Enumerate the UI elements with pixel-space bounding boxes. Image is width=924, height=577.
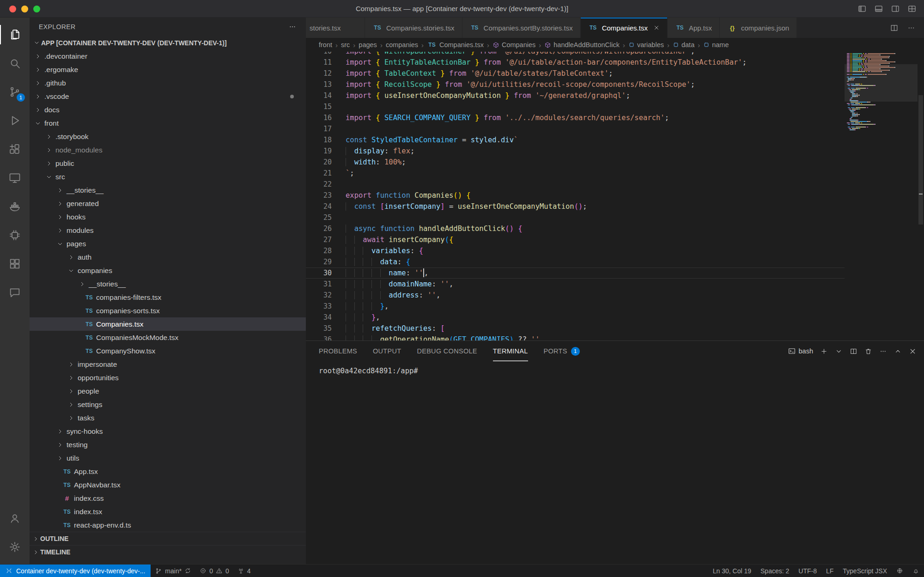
code-line-16[interactable]: 16import { SEARCH_COMPANY_QUERY } from '…: [306, 112, 845, 123]
code-line-10[interactable]: 10import { WithTopBarContainer } from '@…: [306, 52, 845, 57]
cursor-position-indicator[interactable]: Ln 30, Col 19: [708, 565, 756, 577]
tree-item-github[interactable]: .github: [30, 76, 306, 90]
activity-search[interactable]: [0, 49, 30, 78]
tree-item-tasks[interactable]: tasks: [30, 411, 306, 425]
tree-item-public[interactable]: public: [30, 157, 306, 170]
workspace-section-header[interactable]: APP [CONTAINER DEV-TWENTY-DEV (DEV-TWENT…: [30, 36, 306, 49]
code-line-33[interactable]: 33 },: [306, 301, 845, 312]
close-tab-button[interactable]: [653, 24, 660, 31]
minimize-window-button[interactable]: [21, 6, 28, 12]
code-line-31[interactable]: 31 domainName: '',: [306, 279, 845, 290]
eol-indicator[interactable]: LF: [821, 565, 838, 577]
activity-settings[interactable]: [0, 533, 30, 561]
tree-item-testing[interactable]: testing: [30, 438, 306, 451]
activity-kubernetes[interactable]: [0, 249, 30, 278]
code-line-23[interactable]: 23export function Companies() {: [306, 190, 845, 201]
panel-tab-output[interactable]: OUTPUT: [373, 341, 401, 361]
code-line-32[interactable]: 32 address: '',: [306, 290, 845, 301]
code-line-25[interactable]: 25: [306, 212, 845, 223]
code-line-15[interactable]: 15: [306, 101, 845, 112]
tree-item-auth[interactable]: auth: [30, 250, 306, 264]
customize-layout-button[interactable]: [907, 4, 917, 13]
code-line-27[interactable]: 27 await insertCompany({: [306, 234, 845, 245]
breadcrumb-pages[interactable]: pages: [359, 41, 377, 49]
scrollbar-thumb[interactable]: [918, 95, 923, 225]
breadcrumb-variables[interactable]: variables: [628, 41, 664, 49]
breadcrumb-data[interactable]: data: [673, 41, 694, 49]
tree-item-companies-sorts-tsx[interactable]: TScompanies-sorts.tsx: [30, 304, 306, 317]
panel-tab-terminal[interactable]: TERMINAL: [493, 341, 528, 361]
tree-item-companyshow-tsx[interactable]: TSCompanyShow.tsx: [30, 344, 306, 358]
breadcrumb-companies-tsx[interactable]: TSCompanies.tsx: [427, 41, 484, 49]
tab-app-tsx[interactable]: TSApp.tsx: [668, 18, 720, 38]
code-line-21[interactable]: 21`;: [306, 168, 845, 179]
activity-accounts[interactable]: [0, 504, 30, 533]
close-panel-button[interactable]: [909, 347, 917, 355]
code-line-29[interactable]: 29 data: {: [306, 256, 845, 267]
code-line-28[interactable]: 28 variables: {: [306, 245, 845, 256]
tree-item-companies-tsx[interactable]: TSCompanies.tsx: [30, 317, 306, 331]
breadcrumb-companies[interactable]: Companies: [492, 41, 535, 49]
code-line-13[interactable]: 13import { RecoilScope } from '@/ui/util…: [306, 79, 845, 90]
tree-item-pages[interactable]: pages: [30, 237, 306, 250]
split-terminal-button[interactable]: [850, 347, 857, 355]
code-line-20[interactable]: 20 width: 100%;: [306, 157, 845, 168]
remote-indicator[interactable]: Container dev-twenty-dev (dev-twenty-dev…: [0, 565, 151, 577]
activity-comments[interactable]: [0, 278, 30, 307]
panel-tab-problems[interactable]: PROBLEMS: [319, 341, 357, 361]
notifications-item[interactable]: [908, 565, 924, 577]
code-line-22[interactable]: 22: [306, 179, 845, 190]
tree-item-companies-filters-tsx[interactable]: TScompanies-filters.tsx: [30, 291, 306, 304]
breadcrumb-name[interactable]: name: [703, 41, 729, 49]
tab-companies-json[interactable]: {}companies.json: [720, 18, 797, 38]
minimap[interactable]: [845, 52, 918, 340]
tree-item-docs[interactable]: docs: [30, 103, 306, 116]
panel-tab-debug-console[interactable]: DEBUG CONSOLE: [417, 341, 477, 361]
tree-item-modules[interactable]: modules: [30, 224, 306, 237]
activity-explorer[interactable]: [0, 20, 30, 49]
tree-item-app-tsx[interactable]: TSApp.tsx: [30, 465, 306, 478]
tree-item-people[interactable]: people: [30, 384, 306, 398]
terminal-output[interactable]: root@0a42ecd84891:/app#: [306, 361, 924, 375]
new-terminal-button[interactable]: [820, 347, 828, 355]
tree-item-settings[interactable]: settings: [30, 398, 306, 411]
tree-item-opportunities[interactable]: opportunities: [30, 371, 306, 384]
explorer-more-actions[interactable]: [288, 23, 297, 31]
breadcrumb-handleaddbuttonclick[interactable]: handleAddButtonClick: [544, 41, 620, 49]
code-line-36[interactable]: 36 getOperationName(GET_COMPANIES) ?? ''…: [306, 334, 845, 340]
close-window-button[interactable]: [9, 6, 16, 12]
tree-item-hooks[interactable]: hooks: [30, 210, 306, 224]
tree-item-stories[interactable]: __stories__: [30, 183, 306, 197]
section-timeline[interactable]: TIMELINE: [30, 545, 306, 559]
tab-companies-tsx[interactable]: TSCompanies.tsx: [581, 18, 668, 38]
tree-item-appnavbar-tsx[interactable]: TSAppNavbar.tsx: [30, 478, 306, 492]
tree-item-companiesmockmode-tsx[interactable]: TSCompaniesMockMode.tsx: [30, 331, 306, 344]
activity-remote-explorer[interactable]: [0, 164, 30, 192]
tree-item-impersonate[interactable]: impersonate: [30, 358, 306, 371]
tree-item-front[interactable]: front: [30, 116, 306, 130]
tab-companies-stories-tsx[interactable]: TSCompanies.stories.tsx: [365, 18, 462, 38]
editor-scrollbar[interactable]: [918, 52, 924, 340]
toggle-primary-sidebar-button[interactable]: [857, 4, 867, 13]
editor-more-actions-button[interactable]: [907, 24, 916, 32]
tree-item-generated[interactable]: generated: [30, 197, 306, 210]
code-line-17[interactable]: 17: [306, 123, 845, 134]
activity-dev-containers[interactable]: [0, 221, 30, 249]
code-line-14[interactable]: 14import { useInsertOneCompanyMutation }…: [306, 90, 845, 101]
tree-item-stories[interactable]: __stories__: [30, 277, 306, 291]
tree-item-companies[interactable]: companies: [30, 264, 306, 277]
toggle-panel-button[interactable]: [874, 4, 883, 13]
section-outline[interactable]: OUTLINE: [30, 532, 306, 545]
tree-item-index-tsx[interactable]: TSindex.tsx: [30, 505, 306, 518]
editor[interactable]: 10import { WithTopBarContainer } from '@…: [306, 52, 924, 340]
split-editor-button[interactable]: [890, 24, 899, 32]
tree-item-vscode[interactable]: .vscode: [30, 90, 306, 103]
tree-item-ergomake[interactable]: .ergomake: [30, 63, 306, 76]
remote-status-icon-item[interactable]: [892, 565, 908, 577]
language-mode-indicator[interactable]: TypeScript JSX: [838, 565, 892, 577]
code-line-19[interactable]: 19 display: flex;: [306, 146, 845, 157]
code-line-35[interactable]: 35 refetchQueries: [: [306, 323, 845, 334]
tree-item-index-css[interactable]: #index.css: [30, 492, 306, 505]
activity-docker[interactable]: [0, 192, 30, 221]
tab-companies-sortby-stories-tsx[interactable]: TSCompanies.sortBy.stories.tsx: [462, 18, 581, 38]
